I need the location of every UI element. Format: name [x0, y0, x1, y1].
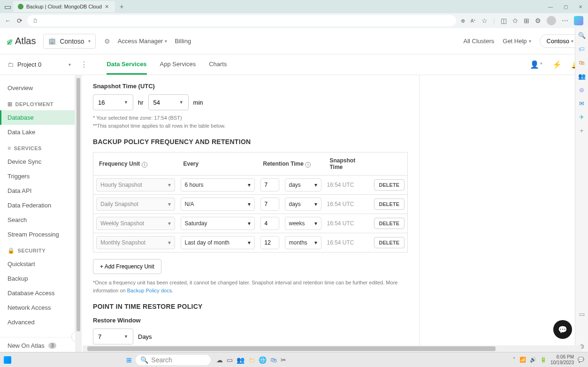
all-clusters-link[interactable]: All Clusters: [464, 38, 495, 45]
frequency-select[interactable]: Daily Snapshot▾: [96, 198, 175, 211]
add-icon[interactable]: +: [580, 127, 584, 134]
sidebar-device-sync[interactable]: Device Sync: [0, 154, 75, 169]
reader-icon[interactable]: A⁺: [471, 18, 476, 23]
minute-select[interactable]: 54▼: [148, 94, 189, 110]
info-icon[interactable]: i: [142, 162, 147, 168]
hour-select[interactable]: 16▼: [93, 94, 133, 110]
task-view-icon[interactable]: ▭: [227, 356, 233, 364]
sidebar-data-lake[interactable]: Data Lake: [0, 125, 75, 139]
sidebar-data-api[interactable]: Data API: [0, 184, 75, 198]
sidebar-scrollbar[interactable]: [75, 75, 82, 354]
wifi-icon[interactable]: 📶: [519, 357, 526, 363]
window-restore-icon[interactable]: ▢: [562, 4, 569, 9]
site-info-icon[interactable]: 🗋: [33, 18, 38, 23]
delete-button[interactable]: DELETE: [374, 237, 405, 248]
tab-app-services[interactable]: App Services: [160, 54, 196, 75]
sidebar-stream-processing[interactable]: Stream Processing: [0, 227, 75, 242]
sidebar-triggers[interactable]: Triggers: [0, 169, 75, 184]
new-on-atlas[interactable]: New On Atlas 3: [0, 337, 75, 354]
retention-unit-select[interactable]: days▾: [285, 198, 321, 211]
tag-icon[interactable]: 🏷: [579, 46, 585, 53]
zoom-icon[interactable]: ⊕: [461, 18, 465, 24]
teams-icon[interactable]: 👥: [237, 356, 244, 364]
activity-icon[interactable]: ⚡: [552, 60, 562, 69]
chat-fab[interactable]: 💬: [553, 320, 572, 339]
gear-icon[interactable]: ⚙: [104, 38, 110, 45]
kebab-icon[interactable]: ⋮: [80, 60, 88, 69]
address-bar[interactable]: 🗋: [27, 15, 456, 26]
battery-icon[interactable]: 🔋: [540, 357, 547, 363]
access-manager-link[interactable]: Access Manager ▾: [118, 38, 168, 45]
horizontal-scrollbar[interactable]: [83, 345, 581, 352]
backup-policy-docs-link[interactable]: Backup Policy docs: [127, 288, 172, 293]
get-help-link[interactable]: Get Help ▾: [503, 38, 531, 45]
tab-charts[interactable]: Charts: [209, 54, 227, 75]
frequency-select[interactable]: Monthly Snapshot▾: [96, 236, 175, 249]
retention-unit-select[interactable]: months▾: [285, 236, 321, 249]
window-close-icon[interactable]: ✕: [577, 4, 584, 9]
every-select[interactable]: Last day of month▾: [181, 236, 255, 249]
restore-window-select[interactable]: 7▼: [93, 329, 133, 344]
sidebar-data-federation[interactable]: Data Federation: [0, 198, 75, 213]
taskbar-clock[interactable]: 6:06 PM 10/19/2023: [550, 354, 574, 366]
sidebar-database[interactable]: Database: [0, 110, 75, 125]
billing-link[interactable]: Billing: [175, 38, 191, 45]
retention-value-input[interactable]: [260, 198, 279, 211]
store-icon[interactable]: 🛍: [270, 356, 277, 364]
taskbar-search[interactable]: 🔍 Search: [136, 355, 211, 365]
frequency-select[interactable]: Weekly Snapshot▾: [96, 217, 175, 230]
back-icon[interactable]: ←: [5, 17, 11, 24]
frequency-select[interactable]: Hourly Snapshot▾: [96, 178, 175, 191]
collections-icon[interactable]: ⊞: [524, 17, 529, 24]
retention-unit-select[interactable]: days▾: [285, 178, 321, 191]
org-selector[interactable]: 🏢 Contoso ▾: [43, 34, 95, 49]
tab-close-icon[interactable]: ✕: [105, 4, 110, 9]
sidebar-backup[interactable]: Backup: [0, 271, 75, 286]
office-icon[interactable]: ⊚: [579, 86, 584, 93]
delete-button[interactable]: DELETE: [374, 218, 405, 229]
user-org-button[interactable]: Contoso ▾: [540, 34, 580, 48]
every-select[interactable]: Saturday▾: [181, 217, 255, 230]
explorer-icon[interactable]: 🗀: [248, 356, 255, 364]
tab-data-services[interactable]: Data Services: [107, 54, 146, 75]
refresh-icon[interactable]: ⟳: [17, 17, 23, 24]
atlas-logo[interactable]: ⸙ Atlas: [8, 35, 36, 47]
people-icon[interactable]: 👥: [578, 73, 586, 80]
project-selector[interactable]: 🗀 Project 0 ▾: [8, 61, 71, 68]
sidebar-quickstart[interactable]: Quickstart: [0, 257, 75, 271]
retention-value-input[interactable]: [260, 236, 279, 249]
add-frequency-button[interactable]: + Add Frequency Unit: [93, 259, 161, 274]
retention-value-input[interactable]: [260, 217, 279, 230]
sidebar-database-access[interactable]: Database Access: [0, 286, 75, 300]
info-icon[interactable]: i: [305, 162, 311, 168]
extensions-icon[interactable]: ⚙: [535, 17, 541, 24]
shopping-icon[interactable]: 🛍: [579, 59, 585, 66]
new-tab-button[interactable]: +: [117, 2, 126, 11]
panel-icon[interactable]: ▭: [579, 311, 585, 318]
more-icon[interactable]: ⋯: [562, 17, 568, 24]
sidebar-advanced[interactable]: Advanced: [0, 315, 75, 329]
notifications-icon[interactable]: 💬: [578, 357, 584, 363]
copilot-icon[interactable]: [574, 16, 583, 25]
split-icon[interactable]: ◫: [501, 17, 507, 24]
profile-icon[interactable]: [547, 16, 556, 25]
favorites-bar-icon[interactable]: ✩: [512, 17, 518, 24]
snip-icon[interactable]: ✂: [281, 356, 286, 364]
tray-chevron-icon[interactable]: ˄: [513, 357, 516, 363]
browser-tab[interactable]: Backup | Cloud: MongoDB Cloud ✕: [13, 1, 115, 12]
retention-value-input[interactable]: [260, 178, 279, 191]
delete-button[interactable]: DELETE: [374, 179, 405, 191]
sidebar-search[interactable]: Search: [0, 213, 75, 227]
send-icon[interactable]: ✈: [579, 114, 584, 121]
volume-icon[interactable]: 🔊: [530, 357, 536, 363]
tabs-overview-icon[interactable]: ▭: [4, 3, 11, 10]
edge-icon[interactable]: 🌐: [259, 356, 267, 364]
search-icon[interactable]: 🔍: [578, 32, 586, 39]
favorite-icon[interactable]: ☆: [481, 17, 488, 24]
outlook-icon[interactable]: ✉: [579, 100, 584, 107]
every-select[interactable]: N/A▾: [181, 198, 255, 211]
widgets-icon[interactable]: [4, 356, 11, 364]
delete-button[interactable]: DELETE: [374, 199, 405, 210]
weather-icon[interactable]: ☁: [216, 356, 223, 364]
start-icon[interactable]: ⊞: [126, 356, 132, 364]
